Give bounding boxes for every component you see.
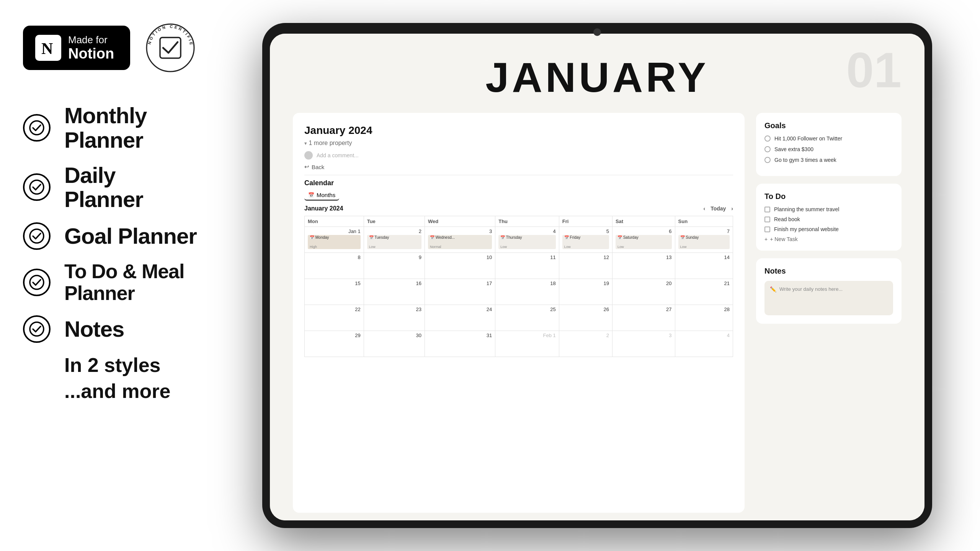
cal-day-feb2[interactable]: 2: [559, 331, 612, 357]
goal-item-1: Hit 1,000 Follower on Twitter: [764, 135, 893, 142]
next-month-button[interactable]: ›: [731, 205, 733, 212]
todo-item-3: Finish my personal website: [764, 226, 893, 232]
cal-day-feb4[interactable]: 4: [675, 331, 733, 357]
svg-text:N: N: [41, 40, 53, 57]
cal-day-28[interactable]: 28: [675, 305, 733, 331]
months-tab[interactable]: 📅 Months: [304, 190, 339, 201]
todo-label-2: Read book: [774, 216, 800, 222]
cal-day-8[interactable]: 8: [305, 253, 364, 279]
cal-day-feb3[interactable]: 3: [612, 331, 675, 357]
feature-item-todo: To Do & Meal Planner: [23, 261, 199, 304]
cal-day-18[interactable]: 18: [495, 279, 559, 305]
goal-label-2: Save extra $300: [774, 146, 813, 152]
col-thu: Thu: [495, 216, 559, 227]
notes-card: Notes ✏️ Write your daily notes here...: [756, 258, 902, 324]
feature-list: Monthly Planner Daily Planner Goal Plann…: [23, 103, 199, 343]
cal-day-11[interactable]: 11: [495, 253, 559, 279]
cal-day-20[interactable]: 20: [612, 279, 675, 305]
check-icon-todo: [23, 269, 51, 296]
page-header: JANUARY 01: [270, 34, 924, 109]
svg-point-9: [30, 322, 44, 336]
goal-planner-label: Goal Planner: [64, 224, 197, 248]
todo-checkbox-1[interactable]: [764, 207, 770, 212]
comment-avatar: [304, 151, 313, 160]
notes-area-inner: ✏️ Write your daily notes here...: [770, 286, 888, 292]
calendar-week-4: 22 23 24 25 26 27 28: [305, 305, 733, 331]
cal-day-29[interactable]: 29: [305, 331, 364, 357]
cal-day-30[interactable]: 30: [364, 331, 425, 357]
back-arrow-icon: ↩: [304, 163, 309, 170]
right-panel: JANUARY 01 January 2024 ▾ 1 more propert…: [222, 0, 980, 551]
cal-day-23[interactable]: 23: [364, 305, 425, 331]
goal-label-3: Go to gym 3 times a week: [774, 157, 836, 163]
calendar-week-2: 8 9 10 11 12 13 14: [305, 253, 733, 279]
new-task-button[interactable]: + + New Task: [764, 236, 893, 242]
goal-checkbox-1[interactable]: [764, 135, 771, 142]
calendar-week-1: Jan 1 📅 MondayHigh 2 📅 TuesdayLow: [305, 227, 733, 253]
cal-day-17[interactable]: 17: [425, 279, 495, 305]
prev-month-button[interactable]: ‹: [703, 205, 705, 212]
todo-item-1: Planning the summer travel: [764, 206, 893, 212]
svg-point-5: [30, 121, 44, 135]
cal-day-24[interactable]: 24: [425, 305, 495, 331]
todo-checkbox-3[interactable]: [764, 227, 770, 232]
todo-checkbox-2[interactable]: [764, 217, 770, 222]
goals-title: Goals: [764, 121, 893, 130]
cal-day-3[interactable]: 3 📅 Wednesd...Normal: [425, 227, 495, 253]
cal-day-16[interactable]: 16: [364, 279, 425, 305]
svg-point-7: [30, 229, 44, 243]
calendar-icon: 📅: [308, 192, 314, 198]
cal-day-9[interactable]: 9: [364, 253, 425, 279]
col-mon: Mon: [305, 216, 364, 227]
cal-day-jan1[interactable]: Jan 1 📅 MondayHigh: [305, 227, 364, 253]
cal-day-10[interactable]: 10: [425, 253, 495, 279]
cal-day-6[interactable]: 6 📅 SaturdayLow: [612, 227, 675, 253]
todo-label-3: Finish my personal website: [774, 226, 839, 232]
today-button[interactable]: Today: [710, 205, 726, 212]
col-wed: Wed: [425, 216, 495, 227]
cal-day-12[interactable]: 12: [559, 253, 612, 279]
cal-day-27[interactable]: 27: [612, 305, 675, 331]
cal-day-7[interactable]: 7 📅 SundayLow: [675, 227, 733, 253]
cal-day-22[interactable]: 22: [305, 305, 364, 331]
cal-day-31[interactable]: 31: [425, 331, 495, 357]
cal-day-25[interactable]: 25: [495, 305, 559, 331]
cal-day-feb1[interactable]: Feb 1: [495, 331, 559, 357]
left-panel: N Made for Notion NOTION CERTIFIED NOTIO…: [0, 0, 222, 551]
todo-title: To Do: [764, 192, 893, 201]
monthly-planner-label: Monthly Planner: [64, 103, 199, 152]
comment-row: Add a comment...: [304, 151, 733, 160]
calendar-nav: January 2024 ‹ Today ›: [304, 205, 733, 212]
comment-placeholder: Add a comment...: [317, 152, 359, 158]
cal-day-15[interactable]: 15: [305, 279, 364, 305]
notion-page: JANUARY 01 January 2024 ▾ 1 more propert…: [270, 34, 924, 520]
daily-planner-label: Daily Planner: [64, 163, 199, 212]
tablet-screen: JANUARY 01 January 2024 ▾ 1 more propert…: [270, 34, 924, 520]
right-sidebar: Goals Hit 1,000 Follower on Twitter Save…: [756, 113, 902, 513]
cal-day-19[interactable]: 19: [559, 279, 612, 305]
back-button[interactable]: ↩ Back: [304, 163, 733, 170]
goal-item-2: Save extra $300: [764, 146, 893, 152]
notion-badge: N Made for Notion: [23, 26, 130, 70]
cal-day-2[interactable]: 2 📅 TuesdayLow: [364, 227, 425, 253]
page-number: 01: [846, 45, 902, 95]
cal-day-26[interactable]: 26: [559, 305, 612, 331]
svg-point-6: [30, 180, 44, 194]
check-icon-daily: [23, 173, 51, 201]
calendar-section: January 2024 ‹ Today › Mo: [304, 205, 733, 357]
cal-day-13[interactable]: 13: [612, 253, 675, 279]
calendar-toolbar: 📅 Months: [304, 190, 733, 201]
goal-checkbox-3[interactable]: [764, 157, 771, 163]
goal-checkbox-2[interactable]: [764, 146, 771, 152]
main-section: January 2024 ▾ 1 more property Add a com…: [293, 113, 745, 513]
feature-item-goal: Goal Planner: [23, 222, 199, 250]
tablet-mockup: JANUARY 01 January 2024 ▾ 1 more propert…: [262, 23, 932, 528]
notes-label: Notes: [64, 317, 124, 341]
cal-day-14[interactable]: 14: [675, 253, 733, 279]
cal-day-21[interactable]: 21: [675, 279, 733, 305]
cal-day-5[interactable]: 5 📅 FridayLow: [559, 227, 612, 253]
plus-icon: +: [764, 236, 768, 242]
notes-area[interactable]: ✏️ Write your daily notes here...: [764, 281, 893, 315]
section-title-row: January 2024: [304, 124, 733, 137]
cal-day-4[interactable]: 4 📅 ThursdayLow: [495, 227, 559, 253]
